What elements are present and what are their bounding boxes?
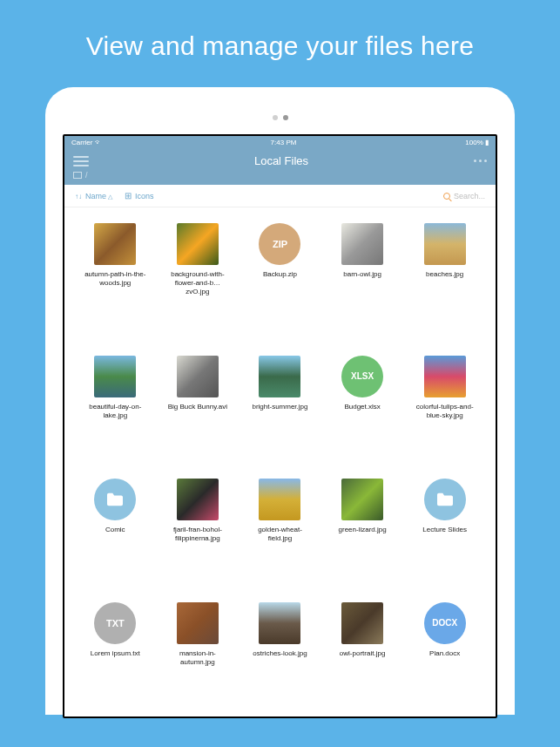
breadcrumb[interactable]: / — [64, 171, 496, 185]
search-icon — [443, 193, 450, 200]
breadcrumb-path: / — [85, 171, 88, 180]
file-name: ostriches-look.jpg — [253, 649, 307, 658]
image-thumbnail — [341, 223, 383, 265]
docx-icon: DOCX — [424, 602, 466, 644]
carrier-label: Carrier ᯤ — [71, 139, 102, 146]
file-name: Lecture Slides — [422, 526, 467, 534]
file-item[interactable]: Lecture Slides — [406, 479, 483, 578]
app-screen: Carrier ᯤ 7:43 PM 100% ▮ Local Files / N… — [63, 134, 497, 718]
toolbar: Name Icons Search... — [64, 185, 496, 207]
file-item[interactable]: green-lizard.jpg — [324, 479, 401, 578]
menu-button[interactable] — [73, 156, 89, 166]
image-thumbnail — [94, 223, 136, 265]
file-name: Comic — [105, 526, 125, 534]
page-title: Local Files — [254, 154, 308, 167]
file-name: Backup.zip — [263, 270, 297, 279]
file-name: barn-owl.jpg — [343, 270, 381, 279]
file-item[interactable]: Comic — [77, 479, 154, 578]
image-thumbnail — [177, 223, 219, 265]
file-item[interactable]: DOCXPlan.docx — [406, 602, 483, 702]
file-item[interactable]: background-with-flower-and-b…zvO.jpg — [159, 223, 237, 331]
image-thumbnail — [341, 479, 383, 520]
file-name: Big Buck Bunny.avi — [168, 403, 227, 411]
search-placeholder: Search... — [454, 192, 485, 200]
status-bar: Carrier ᯤ 7:43 PM 100% ▮ — [64, 136, 496, 149]
clock-label: 7:43 PM — [271, 139, 297, 146]
folder-icon — [94, 479, 136, 520]
txt-icon: TXT — [94, 602, 136, 644]
image-thumbnail — [341, 602, 383, 644]
file-item[interactable]: mansion-in-autumn.jpg — [159, 602, 237, 702]
view-mode-button[interactable]: Icons — [125, 191, 154, 200]
file-grid: autumn-path-in-the-woods.jpgbackground-w… — [64, 207, 496, 716]
file-item[interactable]: colorful-tulips-and-blue-sky.jpg — [406, 356, 483, 455]
more-button[interactable] — [474, 160, 487, 162]
image-thumbnail — [177, 602, 219, 644]
file-item[interactable]: Big Buck Bunny.avi — [159, 356, 237, 455]
search-button[interactable]: Search... — [443, 192, 485, 200]
file-name: Budget.xlsx — [344, 403, 380, 411]
app-header: Local Files — [64, 149, 496, 171]
file-item[interactable]: golden-wheat-field.jpg — [241, 479, 319, 578]
file-name: Lorem ipsum.txt — [91, 649, 140, 658]
file-item[interactable]: XLSXBudget.xlsx — [324, 356, 401, 455]
image-thumbnail — [259, 479, 300, 520]
file-name: fjaril-fran-bohol-filippinerna.jpg — [165, 526, 230, 543]
image-thumbnail — [424, 356, 466, 397]
page-indicator — [63, 108, 497, 124]
xlsx-icon: XLSX — [341, 356, 383, 397]
image-thumbnail — [177, 479, 219, 520]
device-icon — [73, 172, 82, 179]
file-item[interactable]: autumn-path-in-the-woods.jpg — [77, 223, 154, 331]
file-item[interactable]: owl-portrait.jpg — [324, 602, 401, 702]
file-name: Plan.docx — [429, 649, 460, 658]
image-thumbnail — [177, 356, 219, 397]
folder-icon — [424, 479, 466, 520]
file-item[interactable]: ostriches-look.jpg — [241, 602, 319, 702]
file-name: owl-portrait.jpg — [340, 649, 385, 658]
image-thumbnail — [259, 356, 300, 397]
image-thumbnail — [94, 356, 136, 397]
battery-label: 100% ▮ — [465, 139, 489, 146]
view-label: Icons — [135, 192, 154, 200]
file-item[interactable]: fjaril-fran-bohol-filippinerna.jpg — [159, 479, 237, 578]
file-name: autumn-path-in-the-woods.jpg — [83, 270, 147, 288]
file-name: green-lizard.jpg — [339, 526, 387, 534]
image-thumbnail — [259, 602, 300, 644]
file-name: mansion-in-autumn.jpg — [165, 649, 230, 667]
file-name: bright-summer.jpg — [252, 403, 307, 411]
file-item[interactable]: barn-owl.jpg — [324, 223, 401, 331]
file-item[interactable]: beaches.jpg — [406, 223, 483, 331]
file-name: background-with-flower-and-b…zvO.jpg — [165, 270, 230, 296]
file-name: colorful-tulips-and-blue-sky.jpg — [413, 403, 477, 420]
promo-heading: View and manage your files here — [0, 0, 560, 87]
file-item[interactable]: TXTLorem ipsum.txt — [77, 602, 154, 702]
sort-label: Name — [85, 192, 112, 200]
file-name: beautiful-day-on-lake.jpg — [83, 403, 147, 420]
file-item[interactable]: ZIPBackup.zip — [241, 223, 319, 331]
zip-icon: ZIP — [259, 223, 300, 265]
file-item[interactable]: bright-summer.jpg — [241, 356, 319, 455]
file-name: golden-wheat-field.jpg — [247, 526, 312, 543]
device-frame: Carrier ᯤ 7:43 PM 100% ▮ Local Files / N… — [45, 87, 515, 715]
sort-icon — [75, 192, 82, 200]
file-name: beaches.jpg — [426, 270, 463, 279]
grid-icon — [125, 191, 132, 200]
file-item[interactable]: beautiful-day-on-lake.jpg — [77, 356, 154, 455]
sort-button[interactable]: Name — [75, 192, 112, 200]
image-thumbnail — [424, 223, 466, 265]
